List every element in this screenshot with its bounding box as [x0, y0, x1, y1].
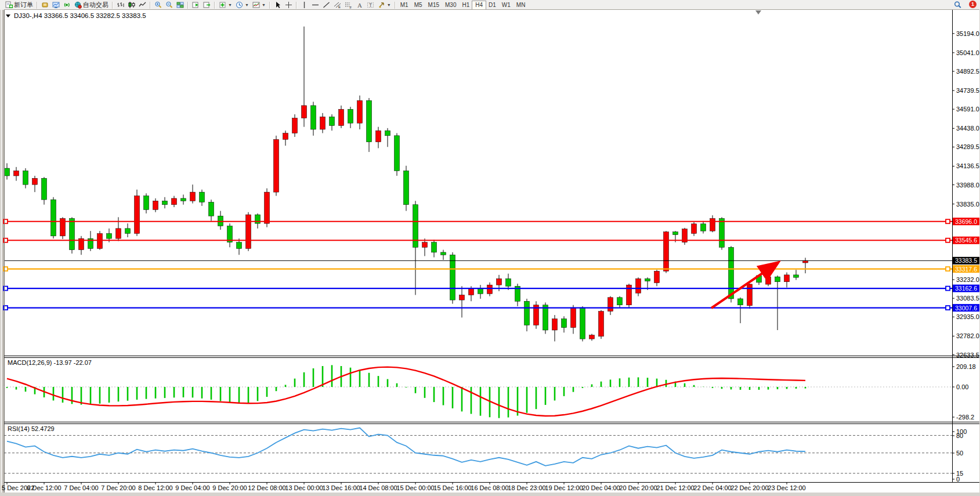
time-tick-label: 6 Dec 12:00 — [27, 484, 61, 491]
time-tick-label: 18 Dec 23:00 — [508, 484, 545, 491]
macd-axis-label: 209.18 — [956, 363, 976, 370]
price-tick-label: 32782.0 — [956, 332, 979, 339]
price-tick-label: 33835.0 — [956, 201, 979, 208]
price-tick-label: 35041.0 — [956, 49, 979, 56]
time-tick-label: 15 Dec 00:00 — [396, 484, 434, 491]
price-line-badge-label: 33696.0 — [955, 218, 977, 225]
chart-title-text: DJ30-,H4 33366.5 33406.5 33282.5 33383.5 — [14, 12, 146, 19]
price-tick-label: 34591.0 — [956, 106, 979, 113]
time-tick-label: 13 Dec 16:00 — [322, 484, 360, 491]
time-tick-label: 9 Dec 04:00 — [175, 484, 209, 491]
line-handle — [946, 287, 950, 291]
price-line-badge-label: 33545.6 — [955, 237, 977, 244]
price-line-badge-label: 33383.5 — [955, 257, 977, 264]
rsi-axis-label: 0 — [956, 476, 960, 483]
line-handle — [946, 238, 950, 242]
rsi-indicator-label: RSI(14) 52.4729 — [8, 425, 55, 432]
time-tick-label: 22 Dec 20:00 — [731, 484, 768, 491]
time-tick-label: 9 Dec 20:00 — [212, 484, 247, 491]
time-tick-label: 12 Dec 08:00 — [248, 484, 285, 491]
price-tick-label: 33083.5 — [956, 295, 979, 302]
price-tick-label: 32935.0 — [956, 313, 979, 320]
time-tick-label: 19 Dec 12:00 — [545, 484, 583, 491]
time-tick-label: 22 Dec 04:00 — [693, 484, 731, 491]
price-line-badge-label: 33162.6 — [955, 285, 977, 292]
chart-area[interactable]: 35194.035041.034892.534739.534591.034438… — [0, 0, 980, 496]
rsi-axis-label: 80 — [956, 432, 963, 439]
macd-indicator-label: MACD(12,26,9) -13.97 -22.07 — [8, 359, 92, 366]
mt4-window: 新订单自动交易▼▼▼EFAT▼M1M5M15M30H1H4D1W1MN1 351… — [0, 0, 980, 496]
price-tick-label: 35194.0 — [956, 30, 979, 37]
price-tick-label: 34289.5 — [956, 143, 979, 150]
price-tick-label: 33232.0 — [956, 276, 979, 283]
time-tick-label: 20 Dec 20:00 — [619, 484, 657, 491]
time-tick-label: 14 Dec 08:00 — [359, 484, 397, 491]
time-tick-label: 21 Dec 12:00 — [656, 484, 694, 491]
price-tick-label: 34136.5 — [956, 162, 979, 169]
time-tick-label: 7 Dec 04:00 — [64, 484, 98, 491]
price-tick-label: 32633.5 — [956, 352, 979, 359]
line-handle — [946, 267, 950, 271]
chart-title: DJ30-,H4 33366.5 33406.5 33282.5 33383.5 — [6, 12, 146, 19]
macd-axis-label: 0.00 — [956, 383, 968, 390]
line-handle — [946, 219, 950, 223]
time-tick-label: 15 Dec 16:00 — [433, 484, 471, 491]
macd-axis-label: -298.2 — [956, 414, 974, 421]
rsi-axis-label: 50 — [956, 450, 963, 457]
price-tick-label: 34739.5 — [956, 87, 979, 94]
time-tick-label: 8 Dec 12:00 — [138, 484, 172, 491]
time-tick-label: 23 Dec 12:00 — [768, 484, 805, 491]
time-tick-label: 13 Dec 00:00 — [285, 484, 323, 491]
time-tick-label: 7 Dec 20:00 — [101, 484, 135, 491]
price-tick-label: 33988.0 — [956, 182, 979, 189]
price-tick-label: 34438.0 — [956, 125, 979, 132]
price-tick-label: 34892.5 — [956, 68, 979, 75]
line-handle — [946, 306, 950, 310]
time-tick-label: 16 Dec 08:00 — [471, 484, 508, 491]
price-line-badge-label: 33317.6 — [955, 266, 977, 273]
price-line-badge-label: 33007.6 — [955, 305, 977, 312]
time-tick-label: 20 Dec 04:00 — [582, 484, 620, 491]
